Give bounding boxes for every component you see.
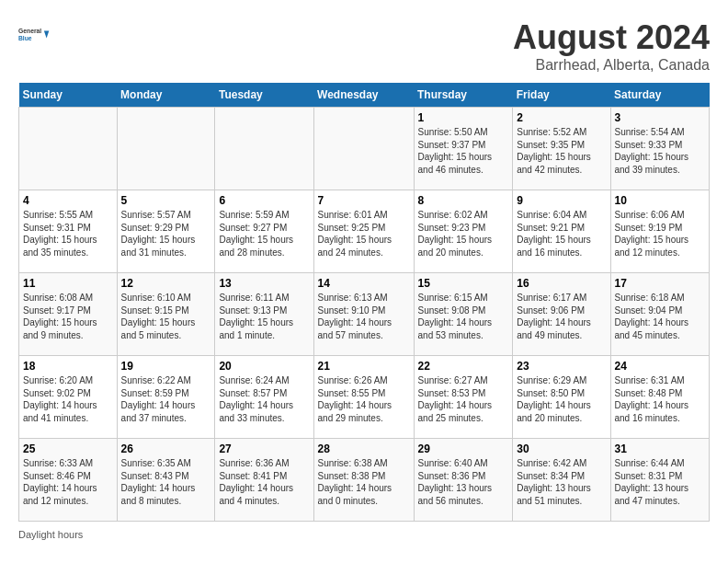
calendar-cell: 23Sunrise: 6:29 AMSunset: 8:50 PMDayligh… [513, 356, 610, 439]
day-info: Sunrise: 5:59 AMSunset: 9:27 PMDaylight:… [219, 209, 309, 259]
day-info: Sunrise: 6:11 AMSunset: 9:13 PMDaylight:… [219, 292, 309, 341]
day-number: 5 [121, 194, 211, 207]
day-info: Sunrise: 6:18 AMSunset: 9:04 PMDaylight:… [615, 292, 706, 341]
day-number: 14 [318, 277, 410, 290]
day-number: 15 [418, 277, 509, 290]
day-number: 18 [23, 360, 113, 373]
calendar-cell: 27Sunrise: 6:36 AMSunset: 8:41 PMDayligh… [215, 439, 313, 522]
calendar-cell: 18Sunrise: 6:20 AMSunset: 9:02 PMDayligh… [19, 356, 118, 439]
day-number: 19 [121, 360, 211, 373]
day-info: Sunrise: 6:02 AMSunset: 9:23 PMDaylight:… [418, 209, 509, 259]
day-info: Sunrise: 6:42 AMSunset: 8:34 PMDaylight:… [517, 457, 606, 507]
calendar-week-3: 11Sunrise: 6:08 AMSunset: 9:17 PMDayligh… [19, 273, 710, 356]
calendar-cell: 8Sunrise: 6:02 AMSunset: 9:23 PMDaylight… [414, 190, 513, 273]
header-thursday: Thursday [414, 83, 513, 108]
calendar-cell: 12Sunrise: 6:10 AMSunset: 9:15 PMDayligh… [117, 273, 215, 356]
calendar-cell: 5Sunrise: 5:57 AMSunset: 9:29 PMDaylight… [117, 190, 215, 273]
day-info: Sunrise: 5:52 AMSunset: 9:35 PMDaylight:… [517, 126, 606, 176]
calendar-cell: 26Sunrise: 6:35 AMSunset: 8:43 PMDayligh… [117, 439, 215, 522]
svg-text:General: General [18, 28, 41, 34]
day-number: 3 [615, 111, 706, 124]
calendar-table: Sunday Monday Tuesday Wednesday Thursday… [18, 83, 710, 522]
day-number: 11 [23, 277, 113, 290]
header-monday: Monday [117, 83, 215, 108]
calendar-cell [313, 108, 414, 190]
title-block: August 2024 Barrhead, Alberta, Canada [513, 18, 710, 74]
day-info: Sunrise: 6:29 AMSunset: 8:50 PMDaylight:… [517, 374, 606, 424]
calendar-cell [19, 108, 118, 190]
day-info: Sunrise: 6:22 AMSunset: 8:59 PMDaylight:… [121, 374, 211, 424]
daylight-hours-label: Daylight hours [18, 529, 83, 540]
calendar-cell: 4Sunrise: 5:55 AMSunset: 9:31 PMDaylight… [19, 190, 118, 273]
calendar-cell [215, 108, 313, 190]
day-info: Sunrise: 5:54 AMSunset: 9:33 PMDaylight:… [615, 126, 706, 176]
page-subtitle: Barrhead, Alberta, Canada [513, 57, 710, 74]
calendar-cell: 28Sunrise: 6:38 AMSunset: 8:38 PMDayligh… [313, 439, 414, 522]
day-number: 13 [219, 277, 309, 290]
header-saturday: Saturday [610, 83, 710, 108]
day-info: Sunrise: 6:38 AMSunset: 8:38 PMDaylight:… [318, 457, 410, 507]
day-number: 17 [615, 277, 706, 290]
day-number: 7 [318, 194, 410, 207]
day-info: Sunrise: 6:04 AMSunset: 9:21 PMDaylight:… [517, 209, 606, 259]
day-info: Sunrise: 6:01 AMSunset: 9:25 PMDaylight:… [318, 209, 410, 259]
page-header: GeneralBlue General Blue August 2024 Bar… [18, 18, 710, 74]
day-number: 30 [517, 442, 606, 455]
day-number: 8 [418, 194, 509, 207]
day-info: Sunrise: 6:44 AMSunset: 8:31 PMDaylight:… [615, 457, 706, 507]
day-number: 31 [615, 442, 706, 455]
calendar-cell: 2Sunrise: 5:52 AMSunset: 9:35 PMDaylight… [513, 108, 610, 190]
day-number: 25 [23, 442, 113, 455]
calendar-cell: 17Sunrise: 6:18 AMSunset: 9:04 PMDayligh… [610, 273, 710, 356]
day-number: 21 [318, 360, 410, 373]
calendar-cell: 13Sunrise: 6:11 AMSunset: 9:13 PMDayligh… [215, 273, 313, 356]
calendar-cell: 24Sunrise: 6:31 AMSunset: 8:48 PMDayligh… [610, 356, 710, 439]
calendar-cell: 6Sunrise: 5:59 AMSunset: 9:27 PMDaylight… [215, 190, 313, 273]
calendar-week-5: 25Sunrise: 6:33 AMSunset: 8:46 PMDayligh… [19, 439, 710, 522]
header-friday: Friday [513, 83, 610, 108]
day-number: 9 [517, 194, 606, 207]
svg-text:Blue: Blue [18, 35, 32, 41]
day-info: Sunrise: 6:26 AMSunset: 8:55 PMDaylight:… [318, 374, 410, 424]
day-info: Sunrise: 5:57 AMSunset: 9:29 PMDaylight:… [121, 209, 211, 259]
calendar-week-1: 1Sunrise: 5:50 AMSunset: 9:37 PMDaylight… [19, 108, 710, 190]
calendar-cell: 7Sunrise: 6:01 AMSunset: 9:25 PMDaylight… [313, 190, 414, 273]
day-number: 16 [517, 277, 606, 290]
calendar-cell: 20Sunrise: 6:24 AMSunset: 8:57 PMDayligh… [215, 356, 313, 439]
page-title: August 2024 [513, 18, 710, 57]
calendar-week-4: 18Sunrise: 6:20 AMSunset: 9:02 PMDayligh… [19, 356, 710, 439]
day-info: Sunrise: 6:17 AMSunset: 9:06 PMDaylight:… [517, 292, 606, 341]
calendar-cell: 21Sunrise: 6:26 AMSunset: 8:55 PMDayligh… [313, 356, 414, 439]
calendar-cell: 31Sunrise: 6:44 AMSunset: 8:31 PMDayligh… [610, 439, 710, 522]
day-info: Sunrise: 5:50 AMSunset: 9:37 PMDaylight:… [418, 126, 509, 176]
header-row: Sunday Monday Tuesday Wednesday Thursday… [19, 83, 710, 108]
day-info: Sunrise: 6:13 AMSunset: 9:10 PMDaylight:… [318, 292, 410, 341]
day-number: 24 [615, 360, 706, 373]
calendar-cell: 30Sunrise: 6:42 AMSunset: 8:34 PMDayligh… [513, 439, 610, 522]
calendar-header: Sunday Monday Tuesday Wednesday Thursday… [19, 83, 710, 108]
calendar-cell: 16Sunrise: 6:17 AMSunset: 9:06 PMDayligh… [513, 273, 610, 356]
calendar-cell: 22Sunrise: 6:27 AMSunset: 8:53 PMDayligh… [414, 356, 513, 439]
day-number: 20 [219, 360, 309, 373]
day-info: Sunrise: 6:35 AMSunset: 8:43 PMDaylight:… [121, 457, 211, 507]
day-info: Sunrise: 6:20 AMSunset: 9:02 PMDaylight:… [23, 374, 113, 424]
calendar-cell: 9Sunrise: 6:04 AMSunset: 9:21 PMDaylight… [513, 190, 610, 273]
calendar-cell: 19Sunrise: 6:22 AMSunset: 8:59 PMDayligh… [117, 356, 215, 439]
header-tuesday: Tuesday [215, 83, 313, 108]
calendar-cell: 25Sunrise: 6:33 AMSunset: 8:46 PMDayligh… [19, 439, 118, 522]
calendar-cell [117, 108, 215, 190]
header-sunday: Sunday [19, 83, 118, 108]
day-info: Sunrise: 6:31 AMSunset: 8:48 PMDaylight:… [615, 374, 706, 424]
header-wednesday: Wednesday [313, 83, 414, 108]
svg-marker-2 [44, 31, 49, 39]
day-number: 29 [418, 442, 509, 455]
day-info: Sunrise: 6:24 AMSunset: 8:57 PMDaylight:… [219, 374, 309, 424]
calendar-cell: 11Sunrise: 6:08 AMSunset: 9:17 PMDayligh… [19, 273, 118, 356]
day-info: Sunrise: 6:15 AMSunset: 9:08 PMDaylight:… [418, 292, 509, 341]
logo: GeneralBlue General Blue [18, 18, 51, 52]
day-info: Sunrise: 6:06 AMSunset: 9:19 PMDaylight:… [615, 209, 706, 259]
day-number: 1 [418, 111, 509, 124]
day-info: Sunrise: 6:36 AMSunset: 8:41 PMDaylight:… [219, 457, 309, 507]
day-number: 2 [517, 111, 606, 124]
day-info: Sunrise: 6:40 AMSunset: 8:36 PMDaylight:… [418, 457, 509, 507]
